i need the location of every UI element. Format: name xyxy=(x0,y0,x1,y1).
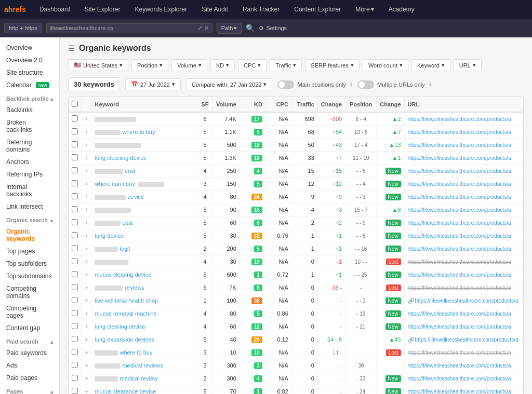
row-checkbox[interactable] xyxy=(72,297,78,303)
filter-traffic[interactable]: Traffic ▾ xyxy=(270,59,302,71)
filter-word-count[interactable]: Word count ▾ xyxy=(363,59,408,71)
row-plus[interactable]: + xyxy=(82,191,91,203)
row-checkbox[interactable] xyxy=(72,349,78,355)
url-cell[interactable]: https://lifewellnesshealthcare.com/produ… xyxy=(404,320,523,333)
open-icon[interactable]: ⤢ xyxy=(197,25,202,32)
row-checkbox[interactable] xyxy=(72,219,78,225)
row-plus[interactable]: + xyxy=(82,255,91,268)
row-plus[interactable]: + xyxy=(82,229,91,242)
url-cell[interactable]: https://lifewellnesshealthcare.com/produ… xyxy=(404,126,523,139)
filter-serp-features[interactable]: SERP features ▾ xyxy=(305,59,360,71)
url-input[interactable]: lifewellnesshealthcare.co ⤢ ✕ xyxy=(46,23,212,33)
url-link[interactable]: https://lifewellnesshealthcare.com/produ… xyxy=(408,181,511,187)
row-plus[interactable]: + xyxy=(82,307,91,320)
th-pos-change[interactable]: Change xyxy=(377,97,404,112)
url-cell[interactable]: 🔗https://lifewellnesshealthcare.com/prod… xyxy=(404,294,523,307)
filter-volume[interactable]: Volume ▾ xyxy=(171,59,207,71)
filter-country[interactable]: 🇺🇸 United States ▾ xyxy=(68,59,128,71)
sidebar-item-referring-domains[interactable]: Referring domains xyxy=(0,136,59,156)
protocol-selector[interactable]: http + https xyxy=(4,23,42,33)
sidebar-item-ads[interactable]: Ads xyxy=(0,359,59,372)
sidebar-item-anchors[interactable]: Anchors xyxy=(0,156,59,168)
row-plus[interactable]: + xyxy=(82,216,91,229)
keyword-cell[interactable] xyxy=(91,139,197,152)
date-button[interactable]: 📅 27 Jul 2022 ▾ xyxy=(125,78,181,90)
row-plus[interactable]: + xyxy=(82,385,91,395)
keyword-cell[interactable]: where to buy xyxy=(91,346,197,359)
url-cell[interactable]: https://lifewellnesshealthcare.com/produ… xyxy=(404,281,523,294)
url-link[interactable]: https://lifewellnesshealthcare.com/produ… xyxy=(408,376,511,382)
search-button[interactable]: 🔍 xyxy=(246,24,255,32)
row-checkbox[interactable] xyxy=(72,245,78,251)
url-link[interactable]: https://lifewellnesshealthcare.com/produ… xyxy=(408,168,511,174)
path-button[interactable]: Path ▾ xyxy=(217,23,242,34)
sidebar-item-top-pages[interactable]: Top pages xyxy=(0,245,59,257)
sidebar-item-paid-pages[interactable]: Paid pages xyxy=(0,372,59,384)
row-plus[interactable]: + xyxy=(82,152,91,165)
compare-button[interactable]: Compare with: 27 Jan 2022 ▾ xyxy=(186,78,273,90)
filter-kd[interactable]: KD ▾ xyxy=(210,59,235,71)
row-plus[interactable]: + xyxy=(82,372,91,385)
row-checkbox[interactable] xyxy=(72,154,78,160)
row-plus[interactable]: + xyxy=(82,126,91,139)
sidebar-item-organic-keywords[interactable]: Organic keywords xyxy=(0,225,59,245)
url-link[interactable]: https://lifewellnesshealthcare.com/produ… xyxy=(415,298,518,304)
row-plus[interactable]: + xyxy=(82,320,91,333)
th-traffic[interactable]: Traffic xyxy=(291,97,317,112)
sidebar-item-internal-backlinks[interactable]: Internal backlinks xyxy=(0,181,59,200)
row-plus[interactable]: + xyxy=(82,165,91,178)
url-cell[interactable]: https://lifewellnesshealthcare.com/produ… xyxy=(404,255,523,268)
row-plus[interactable]: + xyxy=(82,294,91,307)
row-plus[interactable]: + xyxy=(82,346,91,359)
row-checkbox[interactable] xyxy=(72,232,78,238)
sidebar-item-top-subfolders[interactable]: Top subfolders xyxy=(0,257,59,270)
keyword-cell[interactable]: legit xyxy=(91,242,197,255)
url-link[interactable]: https://lifewellnesshealthcare.com/produ… xyxy=(408,363,511,369)
nav-content-explorer[interactable]: Content Explorer xyxy=(291,4,344,15)
keyword-cell[interactable]: mucus clearance device xyxy=(91,385,197,395)
sidebar-item-referring-ips[interactable]: Referring IPs xyxy=(0,168,59,181)
url-link[interactable]: https://lifewellnesshealthcare.com/produ… xyxy=(408,116,511,122)
keyword-cell[interactable]: cost xyxy=(91,165,197,178)
url-link[interactable]: https://lifewellnesshealthcare.com/produ… xyxy=(408,246,511,252)
row-plus[interactable]: + xyxy=(82,333,91,346)
url-cell[interactable]: https://lifewellnesshealthcare.com/produ… xyxy=(404,152,523,165)
row-checkbox[interactable] xyxy=(72,336,78,342)
url-link[interactable]: https://lifewellnesshealthcare.com/produ… xyxy=(408,155,511,161)
row-plus[interactable]: + xyxy=(82,139,91,152)
row-checkbox[interactable] xyxy=(72,206,78,212)
row-checkbox[interactable] xyxy=(72,310,78,316)
keyword-cell[interactable]: device xyxy=(91,191,197,203)
keyword-cell[interactable]: lung clearing device xyxy=(91,320,197,333)
nav-rank-tracker[interactable]: Rank Tracker xyxy=(240,4,283,15)
url-link[interactable]: https://lifewellnesshealthcare.com/produ… xyxy=(408,207,511,213)
keyword-cell[interactable]: where to buy xyxy=(91,126,197,139)
url-cell[interactable]: https://lifewellnesshealthcare.com/produ… xyxy=(404,165,523,178)
keyword-cell[interactable]: reviews xyxy=(91,281,197,294)
url-cell[interactable]: https://lifewellnesshealthcare.com/produ… xyxy=(404,359,523,372)
keyword-cell[interactable]: where can i buy xyxy=(91,178,197,191)
sidebar-item-calendar[interactable]: Calendar New xyxy=(0,79,59,91)
row-plus[interactable]: + xyxy=(82,242,91,255)
sidebar-item-overview[interactable]: Overview xyxy=(0,42,59,54)
keyword-cell[interactable] xyxy=(91,203,197,216)
filter-position[interactable]: Position ▾ xyxy=(131,59,168,71)
keyword-cell[interactable]: mucus removal machine xyxy=(91,307,197,320)
filter-url[interactable]: URL ▾ xyxy=(454,59,482,71)
row-checkbox[interactable] xyxy=(72,141,78,147)
url-link[interactable]: https://lifewellnesshealthcare.com/produ… xyxy=(408,311,511,317)
url-link[interactable]: https://lifewellnesshealthcare.com/produ… xyxy=(408,220,511,226)
keyword-cell[interactable]: lung cleaning device xyxy=(91,152,197,165)
row-checkbox[interactable] xyxy=(72,128,78,134)
sidebar-item-backlinks[interactable]: Backlinks xyxy=(0,104,59,116)
nav-keywords-explorer[interactable]: Keywords Explorer xyxy=(131,4,190,15)
select-all-checkbox[interactable] xyxy=(72,101,78,107)
url-link[interactable]: https://lifewellnesshealthcare.com/produ… xyxy=(408,142,511,148)
clear-icon[interactable]: ✕ xyxy=(204,25,209,32)
row-plus[interactable]: + xyxy=(82,178,91,191)
sidebar-item-site-structure[interactable]: Site structure xyxy=(0,66,59,79)
nav-dashboard[interactable]: Dashboard xyxy=(36,4,73,15)
row-checkbox[interactable] xyxy=(72,115,78,121)
row-checkbox[interactable] xyxy=(72,167,78,173)
url-cell[interactable]: https://lifewellnesshealthcare.com/produ… xyxy=(404,307,523,320)
